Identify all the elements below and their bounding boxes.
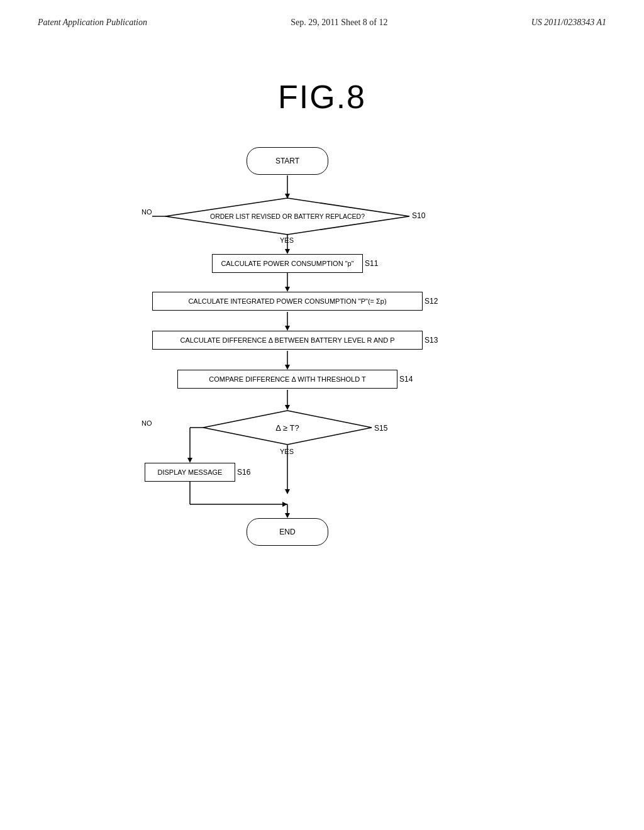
s10-node: ORDER LIST REVISED OR BATTERY REPLACED? [165, 197, 410, 235]
svg-marker-7 [285, 326, 290, 331]
s15-yes-label: YES [280, 448, 294, 455]
s15-label: S15 [374, 424, 387, 433]
s10-label: S10 [412, 211, 425, 220]
s11-node: CALCULATE POWER CONSUMPTION "p" [212, 254, 363, 273]
s14-label: S14 [399, 375, 413, 384]
svg-marker-16 [187, 458, 192, 463]
svg-marker-3 [285, 249, 290, 254]
svg-marker-13 [285, 489, 290, 494]
svg-marker-19 [282, 502, 287, 507]
svg-marker-22 [285, 513, 290, 518]
page-header: Patent Application Publication Sep. 29, … [0, 0, 644, 28]
header-center: Sep. 29, 2011 Sheet 8 of 12 [291, 18, 387, 28]
end-node: END [247, 518, 328, 546]
s13-node: CALCULATE DIFFERENCE Δ BETWEEN BATTERY L… [152, 331, 423, 350]
svg-marker-9 [285, 365, 290, 370]
s12-node: CALCULATE INTEGRATED POWER CONSUMPTION "… [152, 292, 423, 311]
svg-marker-11 [285, 405, 290, 410]
s16-node: DISPLAY MESSAGE [145, 463, 235, 482]
flowchart-diagram: START ORDER LIST REVISED OR BATTERY REPL… [102, 141, 542, 656]
figure-title: FIG.8 [0, 78, 644, 116]
s10-yes-label: YES [280, 236, 294, 244]
start-node: START [247, 147, 328, 175]
header-left: Patent Application Publication [38, 18, 147, 28]
svg-marker-5 [285, 287, 290, 292]
s15-no-label: NO [142, 419, 152, 427]
s14-node: COMPARE DIFFERENCE Δ WITH THRESHOLD T [177, 370, 397, 389]
s11-label: S11 [365, 259, 378, 268]
s16-label: S16 [237, 468, 250, 477]
s15-node: Δ ≥ T? [203, 410, 372, 445]
header-right: US 2011/0238343 A1 [531, 18, 606, 28]
s12-label: S12 [425, 297, 438, 306]
s10-no-label: NO [142, 208, 152, 216]
s13-label: S13 [425, 336, 438, 345]
